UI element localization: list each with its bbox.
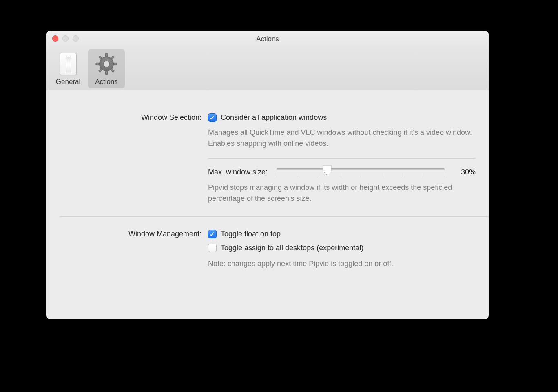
light-switch-icon — [60, 49, 77, 77]
label-window-management: Window Management: — [46, 228, 202, 240]
svg-rect-2 — [96, 63, 100, 65]
row-max-window-size: Max. window size: 30% — [208, 166, 476, 178]
tab-actions[interactable]: Actions — [88, 49, 125, 88]
section-window-management: Window Management: ✓ Toggle float on top… — [46, 228, 489, 269]
checkbox-assign-all-desktops-label: Toggle assign to all desktops (experimen… — [221, 242, 363, 253]
close-window-button[interactable] — [52, 35, 58, 42]
checkbox-float-on-top[interactable]: ✓ Toggle float on top — [208, 228, 476, 240]
titlebar: Actions — [46, 31, 489, 47]
checkbox-consider-all-windows-label: Consider all application windows — [221, 112, 327, 123]
content-area: Window Selection: ✓ Consider all applica… — [46, 90, 489, 269]
traffic-lights — [52, 35, 79, 42]
tab-general[interactable]: General — [50, 49, 86, 88]
svg-rect-3 — [114, 63, 117, 65]
svg-point-9 — [103, 61, 110, 67]
preferences-toolbar: General — [46, 47, 489, 90]
desc-max-window-size: Pipvid stops managing a window if its wi… — [208, 182, 476, 204]
minimize-window-button[interactable] — [62, 35, 69, 42]
zoom-window-button[interactable] — [73, 35, 79, 42]
checkbox-float-on-top-label: Toggle float on top — [221, 228, 281, 240]
tab-general-label: General — [56, 78, 80, 86]
svg-rect-1 — [105, 71, 107, 75]
note-window-management: Note: changes apply next time Pipvid is … — [208, 258, 476, 269]
checkbox-assign-all-desktops[interactable]: Toggle assign to all desktops (experimen… — [208, 242, 476, 253]
checkbox-consider-all-windows[interactable]: ✓ Consider all application windows — [208, 112, 476, 123]
value-max-window-size: 30% — [454, 168, 476, 176]
checkbox-empty-icon — [208, 244, 217, 252]
divider — [208, 158, 476, 159]
slider-max-window-size[interactable] — [277, 166, 445, 178]
section-divider — [60, 216, 489, 217]
svg-rect-0 — [105, 53, 107, 57]
section-window-selection: Window Selection: ✓ Consider all applica… — [46, 90, 489, 204]
gear-icon — [95, 49, 118, 77]
slider-track — [277, 168, 445, 170]
label-window-selection: Window Selection: — [46, 112, 202, 123]
slider-thumb[interactable] — [323, 165, 332, 176]
check-icon: ✓ — [208, 113, 217, 122]
desc-consider-all-windows: Manages all QuickTime and VLC windows wi… — [208, 127, 476, 149]
tab-actions-label: Actions — [95, 78, 118, 86]
slider-ticks — [277, 173, 445, 177]
label-max-window-size: Max. window size: — [208, 168, 268, 176]
preferences-window: Actions General — [46, 31, 489, 319]
check-icon: ✓ — [208, 230, 217, 238]
window-title: Actions — [46, 31, 489, 47]
